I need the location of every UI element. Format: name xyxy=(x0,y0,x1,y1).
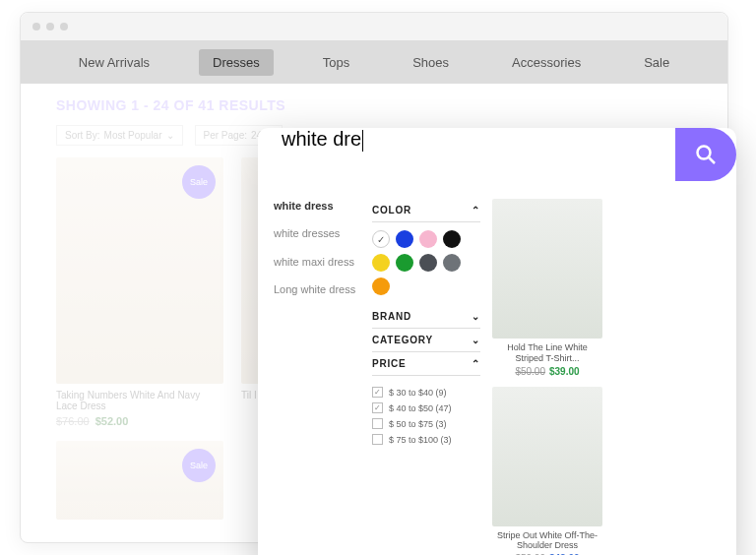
svg-line-1 xyxy=(709,157,715,163)
price-option[interactable]: $ 75 to $100 (3) xyxy=(372,434,480,445)
color-swatch[interactable] xyxy=(419,254,437,272)
checkbox-icon: ✓ xyxy=(372,402,383,413)
filter-category-header[interactable]: CATEGORY⌄ xyxy=(372,329,480,352)
product-results: Hold The Line White Striped T-Shirt... $… xyxy=(492,199,721,555)
suggestion-item[interactable]: white dresses xyxy=(274,226,360,240)
filter-price-header[interactable]: PRICE⌃ xyxy=(372,352,480,376)
result-image xyxy=(492,199,602,339)
color-swatch[interactable] xyxy=(396,230,413,248)
window-dot xyxy=(32,23,40,31)
checkbox-icon: ✓ xyxy=(372,387,383,398)
result-title: Hold The Line White Striped T-Shirt... xyxy=(492,342,602,364)
search-value: white dre xyxy=(282,128,361,150)
checkbox-icon xyxy=(372,434,383,445)
color-swatch[interactable] xyxy=(396,254,413,272)
filter-label: BRAND xyxy=(372,311,411,322)
text-cursor xyxy=(362,130,363,152)
svg-point-0 xyxy=(698,147,711,159)
filter-brand-header[interactable]: BRAND⌄ xyxy=(372,305,480,329)
sale-badge: Sale xyxy=(182,165,216,199)
color-swatch[interactable] xyxy=(419,230,437,248)
price-old: $76.00 xyxy=(56,415,90,427)
result-card[interactable]: Hold The Line White Striped T-Shirt... $… xyxy=(492,199,602,377)
nav-new-arrivals[interactable]: New Arrivals xyxy=(65,49,163,76)
chevron-up-icon: ⌃ xyxy=(472,205,480,216)
price-label: $ 40 to $50 (47) xyxy=(389,403,452,413)
search-input[interactable]: white dre xyxy=(258,128,675,181)
result-card[interactable]: Stripe Out White Off-The-Shoulder Dress … xyxy=(492,387,602,555)
chevron-down-icon: ⌄ xyxy=(166,130,174,141)
color-swatch-selected[interactable]: ✓ xyxy=(372,230,390,248)
search-overlay: white dre white dress white dresses whit… xyxy=(258,128,736,555)
suggestion-item[interactable]: Long white dress xyxy=(274,282,360,296)
filter-color-header[interactable]: COLOR⌃ xyxy=(372,199,480,222)
sort-value: Most Popular xyxy=(104,130,162,141)
window-titlebar xyxy=(21,13,727,40)
color-swatch[interactable] xyxy=(443,254,461,272)
suggestion-list: white dress white dresses white maxi dre… xyxy=(274,199,360,555)
filter-label: CATEGORY xyxy=(372,335,433,345)
sort-label: Sort By: xyxy=(65,130,100,141)
nav-dresses[interactable]: Dresses xyxy=(199,49,274,76)
search-dropdown: white dress white dresses white maxi dre… xyxy=(258,181,736,555)
filter-label: PRICE xyxy=(372,358,407,369)
price-option[interactable]: ✓$ 40 to $50 (47) xyxy=(372,402,480,413)
nav-accessories[interactable]: Accessories xyxy=(498,49,595,76)
perpage-label: Per Page: xyxy=(204,130,247,141)
color-swatch[interactable] xyxy=(443,230,461,248)
filter-panel: COLOR⌃ ✓ BRAND⌄ CATEGORY⌄ PRICE⌃ ✓$ 30 t… xyxy=(372,199,480,555)
chevron-down-icon: ⌄ xyxy=(472,311,480,322)
price-old: $50.00 xyxy=(515,366,545,377)
suggestion-item[interactable]: white maxi dress xyxy=(274,255,360,269)
window-dot xyxy=(46,23,54,31)
product-card[interactable]: Sale Taking Numbers White And Navy Lace … xyxy=(56,157,223,427)
search-button[interactable] xyxy=(675,128,736,181)
filter-label: COLOR xyxy=(372,205,411,216)
price-label: $ 75 to $100 (3) xyxy=(389,435,452,445)
checkbox-icon xyxy=(372,418,383,429)
search-bar: white dre xyxy=(258,128,736,181)
color-swatches: ✓ xyxy=(372,222,480,305)
chevron-down-icon: ⌄ xyxy=(472,335,480,345)
sort-select[interactable]: Sort By: Most Popular ⌄ xyxy=(56,125,183,146)
price-new: $52.00 xyxy=(95,415,129,427)
product-card[interactable]: Sale xyxy=(56,441,223,520)
search-icon xyxy=(694,143,718,166)
nav-sale[interactable]: Sale xyxy=(630,49,683,76)
price-new: $39.00 xyxy=(549,366,580,377)
price-options: ✓$ 30 to $40 (9) ✓$ 40 to $50 (47) $ 50 … xyxy=(372,376,480,456)
window-dot xyxy=(60,23,68,31)
main-nav: New Arrivals Dresses Tops Shoes Accessor… xyxy=(21,40,727,84)
result-image xyxy=(492,387,602,526)
price-option[interactable]: ✓$ 30 to $40 (9) xyxy=(372,387,480,398)
sale-badge: Sale xyxy=(182,449,216,482)
price-label: $ 50 to $75 (3) xyxy=(389,419,447,429)
result-title: Stripe Out White Off-The-Shoulder Dress xyxy=(492,530,602,552)
nav-shoes[interactable]: Shoes xyxy=(399,49,463,76)
color-swatch[interactable] xyxy=(372,278,390,295)
nav-tops[interactable]: Tops xyxy=(309,49,363,76)
results-count: SHOWING 1 - 24 OF 41 RESULTS xyxy=(56,97,692,113)
chevron-up-icon: ⌃ xyxy=(472,358,480,369)
color-swatch[interactable] xyxy=(372,254,390,272)
product-title: Taking Numbers White And Navy Lace Dress xyxy=(56,390,223,411)
suggestion-item[interactable]: white dress xyxy=(274,199,360,213)
price-label: $ 30 to $40 (9) xyxy=(389,388,447,398)
price-option[interactable]: $ 50 to $75 (3) xyxy=(372,418,480,429)
